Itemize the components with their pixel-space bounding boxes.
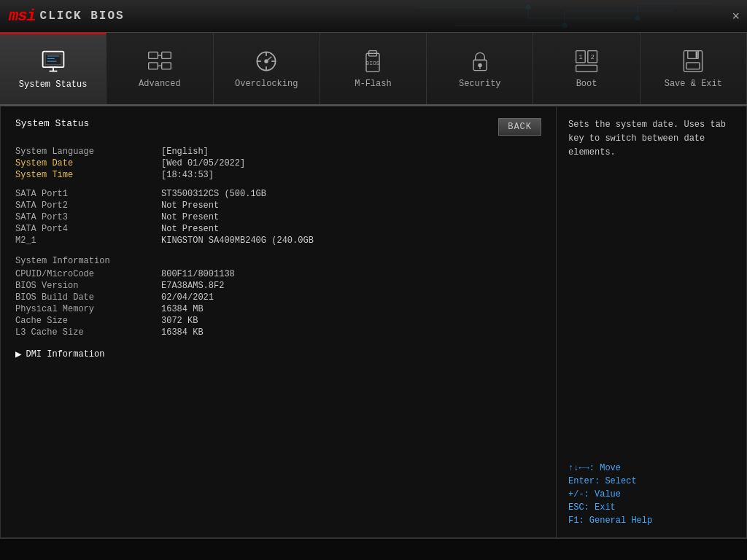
key-f1-key: F1: <box>568 516 584 526</box>
l3-cache-row: L3 Cache Size 16384 KB <box>15 327 541 338</box>
cache-size-label: Cache Size <box>15 316 161 326</box>
tab-mflash-label: M-Flash <box>355 79 391 89</box>
sata-port2-row: SATA Port2 Not Present <box>15 201 541 211</box>
security-icon <box>467 48 493 74</box>
key-enter-key: Enter: <box>568 476 600 486</box>
mflash-icon: BIOS <box>360 48 386 74</box>
svg-rect-20 <box>149 63 158 69</box>
tab-save-exit[interactable]: Save & Exit <box>640 33 747 104</box>
sata-port4-row: SATA Port4 Not Present <box>15 224 541 234</box>
dmi-arrow-icon: ▶ <box>15 348 21 360</box>
system-date-label: System Date <box>15 158 161 168</box>
sata-port1-row: SATA Port1 ST3500312CS (500.1GB <box>15 189 541 199</box>
cache-size-row: Cache Size 3072 KB <box>15 316 541 326</box>
sata-port2-value: Not Present <box>161 201 219 211</box>
tab-security-label: Security <box>459 79 501 89</box>
sata-port4-label: SATA Port4 <box>15 224 161 234</box>
tab-overclocking[interactable]: Overclocking <box>214 33 320 104</box>
m2-1-value: KINGSTON SA400MB240G (240.0GB <box>161 236 314 246</box>
bios-build-row: BIOS Build Date 02/04/2021 <box>15 292 541 303</box>
key-esc-key: ESC: <box>568 502 589 513</box>
key-hints: ↑↓←→: Move Enter: Select +/-: Value ESC:… <box>568 463 735 526</box>
sata-port1-value: ST3500312CS (500.1GB <box>161 189 266 199</box>
header: msi CLICK BIOS × <box>0 0 747 33</box>
key-value-desc: Value <box>595 489 621 499</box>
left-panel: BACK System Status System Language [Engl… <box>1 106 557 537</box>
save-exit-icon <box>680 48 706 74</box>
svg-rect-12 <box>45 54 61 64</box>
system-info-title: System Information <box>15 256 541 266</box>
dmi-information-row[interactable]: ▶ DMI Information <box>15 348 541 360</box>
system-date-value[interactable]: [Wed 01/05/2022] <box>161 158 245 168</box>
system-time-value[interactable]: [18:43:53] <box>161 170 214 180</box>
svg-line-31 <box>266 57 271 61</box>
system-language-label: System Language <box>15 147 161 157</box>
key-f1-desc: General Help <box>589 516 652 526</box>
tab-advanced[interactable]: Advanced <box>107 33 213 104</box>
bios-version-label: BIOS Version <box>15 281 161 291</box>
key-hint-f1: F1: General Help <box>568 516 735 526</box>
sata-port3-row: SATA Port3 Not Present <box>15 212 541 222</box>
sata-port3-value: Not Present <box>161 212 219 222</box>
key-esc-desc: Exit <box>595 502 616 513</box>
sata-port4-value: Not Present <box>161 224 219 234</box>
svg-rect-45 <box>686 63 700 69</box>
msi-brand-text: msi <box>9 7 36 26</box>
svg-text:1: 1 <box>578 54 582 61</box>
tab-boot[interactable]: 1 2 Boot <box>533 33 640 104</box>
svg-point-10 <box>562 23 567 28</box>
app-title-text: CLICK BIOS <box>40 9 125 23</box>
svg-rect-21 <box>162 52 171 58</box>
key-hint-value: +/-: Value <box>568 489 735 499</box>
key-value-key: +/-: <box>568 489 589 499</box>
sata-port1-label: SATA Port1 <box>15 189 161 199</box>
system-time-row[interactable]: System Time [18:43:53] <box>15 170 541 180</box>
key-hint-esc: ESC: Exit <box>568 502 735 513</box>
tab-mflash[interactable]: BIOS M-Flash <box>320 33 427 104</box>
circuit-decoration <box>382 0 747 33</box>
system-time-label: System Time <box>15 170 161 180</box>
l3-cache-label: L3 Cache Size <box>15 327 161 338</box>
main-content: BACK System Status System Language [Engl… <box>0 106 747 538</box>
back-button[interactable]: BACK <box>498 118 541 136</box>
svg-text:BIOS: BIOS <box>366 60 381 66</box>
sata-port3-label: SATA Port3 <box>15 212 161 222</box>
svg-rect-22 <box>162 63 171 69</box>
key-move-desc: Move <box>600 463 621 473</box>
key-hint-enter: Enter: Select <box>568 476 735 486</box>
system-status-icon <box>40 49 66 75</box>
bios-version-value: E7A38AMS.8F2 <box>161 281 224 291</box>
tab-system-status[interactable]: System Status <box>0 33 107 104</box>
svg-point-8 <box>526 5 530 9</box>
system-language-value: [English] <box>161 147 209 157</box>
bios-build-label: BIOS Build Date <box>15 292 161 303</box>
cpuid-row: CPUID/MicroCode 800F11/8001138 <box>15 269 541 279</box>
svg-text:2: 2 <box>590 54 594 61</box>
bottom-bar <box>0 538 747 560</box>
svg-point-36 <box>478 63 481 67</box>
overclocking-icon <box>253 48 279 74</box>
cpuid-value: 800F11/8001138 <box>161 269 235 279</box>
cache-size-value: 3072 KB <box>161 316 198 326</box>
svg-rect-42 <box>576 65 597 71</box>
bios-version-row: BIOS Version E7A38AMS.8F2 <box>15 281 541 291</box>
m2-1-label: M2_1 <box>15 236 161 246</box>
key-enter-desc: Select <box>605 476 636 486</box>
boot-icon: 1 2 <box>573 48 600 74</box>
system-date-row[interactable]: System Date [Wed 01/05/2022] <box>15 158 541 168</box>
svg-rect-46 <box>696 52 698 58</box>
tab-save-exit-label: Save & Exit <box>665 79 722 89</box>
dmi-information-label: DMI Information <box>26 349 104 359</box>
tab-security[interactable]: Security <box>427 33 533 104</box>
tab-advanced-label: Advanced <box>139 79 181 89</box>
close-button[interactable]: × <box>732 9 740 23</box>
key-hint-move: ↑↓←→: Move <box>568 463 735 473</box>
help-text: Sets the system date. Uses tab key to sw… <box>568 118 735 160</box>
physical-memory-value: 16384 MB <box>161 304 204 314</box>
tab-overclocking-label: Overclocking <box>235 79 298 89</box>
svg-rect-19 <box>149 52 158 58</box>
physical-memory-label: Physical Memory <box>15 304 161 314</box>
cpuid-label: CPUID/MicroCode <box>15 269 161 279</box>
svg-point-9 <box>635 16 640 20</box>
m2-1-row: M2_1 KINGSTON SA400MB240G (240.0GB <box>15 236 541 246</box>
